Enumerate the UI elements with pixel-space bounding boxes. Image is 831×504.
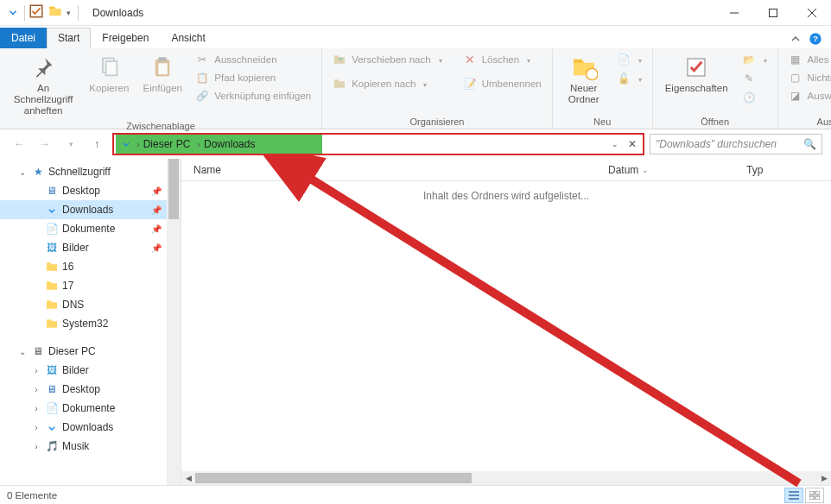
documents-icon: 📄 xyxy=(45,222,59,236)
documents-icon: 📄 xyxy=(45,401,59,415)
tree-scrollbar[interactable] xyxy=(167,159,181,485)
tab-share[interactable]: Freigeben xyxy=(91,28,160,48)
nav-back[interactable]: ← xyxy=(9,134,29,154)
tree-tp-pictures[interactable]: ›🖼Bilder xyxy=(0,361,181,380)
copy-to-button[interactable]: Kopieren nach xyxy=(329,76,445,91)
checkbox-icon[interactable] xyxy=(29,3,44,22)
tree-tp-desktop[interactable]: ›🖥Desktop xyxy=(0,380,181,399)
select-none-button[interactable]: ▢Nichts auswählen xyxy=(785,70,831,85)
view-details-button[interactable] xyxy=(784,488,803,503)
col-type[interactable]: Typ xyxy=(734,164,775,176)
move-icon xyxy=(333,53,346,66)
pictures-icon: 🖼 xyxy=(45,363,59,377)
rename-button[interactable]: 📝Umbenennen xyxy=(460,76,545,91)
tree-tp-downloads[interactable]: ›Downloads xyxy=(0,418,181,437)
group-clipboard: An Schnellzugriff anheften Kopieren Einf… xyxy=(0,48,322,129)
content-hscrollbar[interactable]: ◀ ▶ xyxy=(181,471,831,485)
selinv-icon: ◪ xyxy=(789,89,802,103)
search-input[interactable]: "Downloads" durchsuchen 🔍 xyxy=(650,134,822,154)
svg-rect-13 xyxy=(809,496,814,500)
folder-icon[interactable] xyxy=(48,3,63,22)
desktop-icon: 🖥 xyxy=(45,184,59,198)
maximize-button[interactable] xyxy=(753,0,792,26)
window-title: Downloads xyxy=(84,7,152,19)
scroll-right-icon[interactable]: ▶ xyxy=(817,471,831,485)
qat-dropdown-icon[interactable]: ▾ xyxy=(67,9,71,17)
tree-tp-music[interactable]: ›🎵Musik xyxy=(0,437,181,456)
tree-folder-16[interactable]: 16 xyxy=(0,257,181,276)
tree-tp-documents[interactable]: ›📄Dokumente xyxy=(0,399,181,418)
tree-documents[interactable]: 📄Dokumente📌 xyxy=(0,219,181,238)
tree-pictures[interactable]: 🖼Bilder📌 xyxy=(0,238,181,257)
edit-button[interactable]: ✎ xyxy=(739,71,771,86)
crumb-downloads[interactable]: Downloads xyxy=(204,138,255,150)
address-bar[interactable]: ›Dieser PC ›Downloads ⌄ ✕ xyxy=(112,133,644,155)
move-to-button[interactable]: Verschieben nach xyxy=(329,52,445,67)
collapse-ribbon-icon[interactable] xyxy=(791,35,800,47)
paste-shortcut-button[interactable]: 🔗Verknüpfung einfügen xyxy=(192,88,314,104)
pin-quickaccess-button[interactable]: An Schnellzugriff anheften xyxy=(7,52,79,119)
shortcut-icon: 🔗 xyxy=(195,89,209,103)
open-button[interactable]: 📂 xyxy=(739,52,771,67)
svg-rect-1 xyxy=(769,9,777,16)
col-date[interactable]: Datum⌄ xyxy=(596,164,734,176)
column-headers: Name Datum⌄ Typ xyxy=(181,159,831,181)
tree-quickaccess[interactable]: ⌄★Schnellzugriff xyxy=(0,162,181,181)
qat-separator xyxy=(24,5,25,21)
copy-button[interactable]: Kopieren xyxy=(85,52,133,96)
copy-path-button[interactable]: 📋Pfad kopieren xyxy=(192,70,314,85)
addr-dropdown[interactable]: ⌄ xyxy=(606,135,624,153)
tab-view[interactable]: Ansicht xyxy=(160,28,216,48)
nav-row: ← → ▾ ↑ ›Dieser PC ›Downloads ⌄ ✕ "Downl… xyxy=(0,129,831,159)
status-bar: 0 Elemente xyxy=(0,485,831,504)
delete-button[interactable]: ✕Löschen xyxy=(460,52,545,67)
pin-icon xyxy=(29,54,57,81)
down-arrow-icon[interactable] xyxy=(5,3,21,22)
new-item-button[interactable]: 📄 xyxy=(613,52,645,67)
pin-marker: 📌 xyxy=(151,205,162,215)
select-all-button[interactable]: ▦Alles auswählen xyxy=(785,52,831,67)
tab-start[interactable]: Start xyxy=(47,28,91,48)
addr-down-icon[interactable] xyxy=(119,136,133,153)
tree-folder-17[interactable]: 17 xyxy=(0,276,181,295)
tree-desktop[interactable]: 🖥Desktop📌 xyxy=(0,181,181,200)
tree-thispc[interactable]: ⌄🖥Dieser PC xyxy=(0,342,181,361)
folder-icon xyxy=(45,298,59,312)
loading-message: Inhalt des Ordners wird aufgelistet... xyxy=(181,190,831,202)
paste-button[interactable]: Einfügen xyxy=(138,52,187,96)
view-thumbnails-button[interactable] xyxy=(805,488,824,503)
history-button[interactable]: 🕑 xyxy=(739,90,771,105)
nav-forward[interactable]: → xyxy=(35,134,55,154)
crumb-thispc[interactable]: Dieser PC xyxy=(143,138,191,150)
addr-stop[interactable]: ✕ xyxy=(624,135,641,153)
new-folder-button[interactable]: Neuer Ordner xyxy=(560,52,608,107)
col-name[interactable]: Name xyxy=(181,164,596,176)
nav-tree: ⌄★Schnellzugriff 🖥Desktop📌 Downloads📌 📄D… xyxy=(0,159,181,485)
svg-rect-14 xyxy=(815,496,820,500)
selall-icon: ▦ xyxy=(789,53,802,66)
scroll-left-icon[interactable]: ◀ xyxy=(181,471,195,485)
cut-button[interactable]: ✂Ausschneiden xyxy=(192,52,314,67)
pin-marker: 📌 xyxy=(151,224,162,234)
titlebar: ▾ Downloads xyxy=(0,0,831,26)
cut-icon: ✂ xyxy=(195,53,209,66)
properties-button[interactable]: Eigenschaften xyxy=(660,52,733,96)
tree-downloads[interactable]: Downloads📌 xyxy=(0,200,181,219)
invert-selection-button[interactable]: ◪Auswahl umkehren xyxy=(785,88,831,104)
tree-folder-dns[interactable]: DNS xyxy=(0,295,181,314)
minimize-button[interactable] xyxy=(714,0,753,26)
group-organize: Verschieben nach Kopieren nach ✕Löschen … xyxy=(322,48,553,129)
nav-recent[interactable]: ▾ xyxy=(60,134,81,154)
easy-access-button[interactable]: 🔓 xyxy=(613,71,645,86)
tab-file[interactable]: Datei xyxy=(0,28,47,48)
copyto-icon xyxy=(333,77,346,91)
star-icon: ★ xyxy=(31,165,45,179)
nav-up[interactable]: ↑ xyxy=(86,134,107,154)
selnone-icon: ▢ xyxy=(789,71,802,85)
help-icon[interactable]: ? xyxy=(809,32,822,48)
folder-icon xyxy=(45,317,59,331)
tree-folder-system32[interactable]: System32 xyxy=(0,314,181,333)
close-button[interactable] xyxy=(792,0,831,26)
search-icon[interactable]: 🔍 xyxy=(803,138,816,150)
ribbon-tabs: Datei Start Freigeben Ansicht ? xyxy=(0,26,831,48)
